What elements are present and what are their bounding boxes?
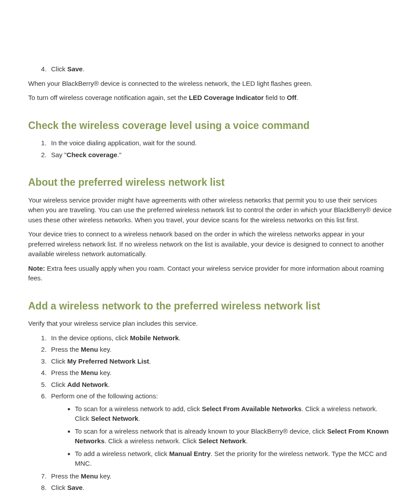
list-item: Press the Menu key. — [48, 368, 392, 378]
list-item: To add a wireless network, click Manual … — [75, 449, 392, 469]
section-heading: Add a wireless network to the preferred … — [28, 298, 392, 314]
list-item: To scan for a wireless network to add, c… — [75, 404, 392, 424]
voice-command: Check coverage — [66, 151, 117, 158]
ui-term: Menu — [81, 472, 98, 480]
step-text: . — [83, 65, 85, 73]
ui-term: Menu — [81, 369, 98, 376]
body-text: When your BlackBerry® device is connecte… — [28, 79, 392, 89]
list-item: Say "Check coverage." — [48, 150, 392, 160]
list-item: Click Save. — [48, 483, 392, 493]
text: To turn off wireless coverage notificati… — [28, 94, 189, 101]
steps-list: In the device options, click Mobile Netw… — [28, 333, 392, 493]
body-text: Your wireless service provider might hav… — [28, 195, 392, 225]
text: . — [149, 357, 151, 365]
ui-term: Select From Available Networks — [202, 405, 301, 412]
text: . Click a wireless network. Click — [105, 437, 199, 445]
text: Click — [51, 357, 67, 365]
text: . — [83, 484, 85, 491]
text: Click — [51, 381, 67, 388]
body-text: To turn off wireless coverage notificati… — [28, 93, 392, 103]
text: key. — [98, 472, 112, 480]
body-text: Verify that your wireless service plan i… — [28, 319, 392, 329]
list-item: Click Save. — [48, 64, 392, 74]
body-text: Note: Extra fees usually apply when you … — [28, 264, 392, 283]
text: key. — [98, 346, 112, 353]
step-text: In the voice dialing application, wait f… — [51, 139, 197, 147]
steps-list: In the voice dialing application, wait f… — [28, 138, 392, 160]
step-text: ." — [117, 151, 122, 158]
text: To scan for a wireless network to add, c… — [75, 405, 202, 412]
text: . — [246, 437, 247, 445]
text: In the device options, click — [51, 334, 130, 342]
ui-term: Menu — [81, 346, 98, 353]
text: key. — [98, 369, 112, 376]
text: Press the — [51, 472, 81, 480]
text: Click — [51, 484, 67, 491]
ui-term: Mobile Network — [130, 334, 179, 342]
text: . — [296, 94, 298, 101]
text: . — [108, 381, 110, 388]
body-text: Your device tries to connect to a wirele… — [28, 229, 392, 259]
step-text: Say " — [51, 151, 66, 158]
intro-step-list: Click Save. — [28, 64, 392, 74]
text: Press the — [51, 346, 81, 353]
ui-term: LED Coverage Indicator — [189, 94, 264, 101]
step-text: Click — [51, 65, 67, 73]
section-heading: Check the wireless coverage level using … — [28, 118, 392, 133]
section-heading: About the preferred wireless network lis… — [28, 175, 392, 190]
text: . — [138, 415, 140, 422]
text: . — [179, 334, 181, 342]
ui-term: Manual Entry — [169, 450, 210, 457]
text: field to — [264, 94, 287, 101]
ui-term: Select Network — [199, 437, 246, 445]
ui-term: Add Network — [67, 381, 108, 388]
text: Press the — [51, 369, 81, 376]
list-item: Press the Menu key. — [48, 471, 392, 482]
list-item: To scan for a wireless network that is a… — [75, 427, 392, 446]
ui-term: Save — [67, 484, 83, 491]
ui-term: Save — [67, 65, 83, 73]
sub-bullet-list: To scan for a wireless network to add, c… — [51, 404, 392, 469]
list-item: Click My Preferred Network List. — [48, 357, 392, 367]
ui-term: Off — [287, 94, 297, 101]
document-page: Click Save. When your BlackBerry® device… — [0, 0, 420, 504]
list-item: In the voice dialing application, wait f… — [48, 138, 392, 148]
text: To scan for a wireless network that is a… — [75, 427, 327, 435]
text: Perform one of the following actions: — [51, 392, 158, 400]
note-label: Note: — [28, 265, 45, 272]
list-item: Press the Menu key. — [48, 345, 392, 355]
ui-term: Select Network — [91, 415, 139, 422]
text: To add a wireless network, click — [75, 450, 169, 457]
list-item: In the device options, click Mobile Netw… — [48, 333, 392, 343]
list-item: Click Add Network. — [48, 380, 392, 390]
text: Extra fees usually apply when you roam. … — [28, 265, 384, 282]
ui-term: My Preferred Network List — [67, 357, 149, 365]
list-item: Perform one of the following actions: To… — [48, 391, 392, 469]
